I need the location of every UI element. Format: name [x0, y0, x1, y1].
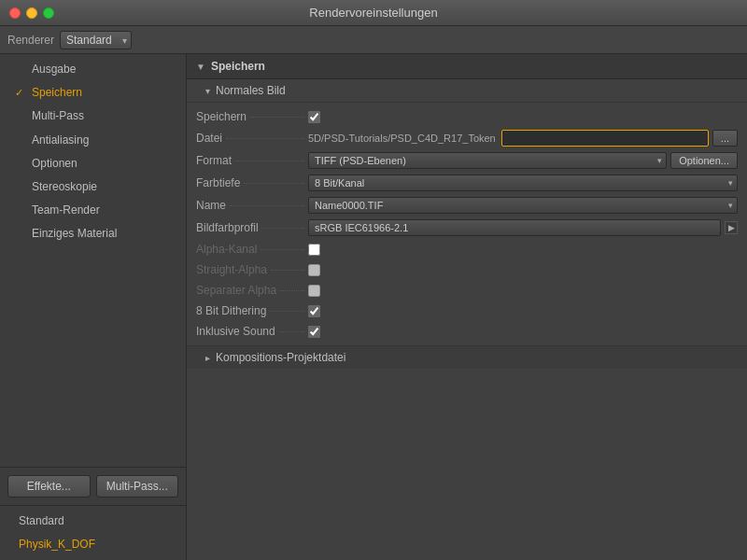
effekte-button[interactable]: Effekte...: [7, 475, 91, 497]
bildfarbprofil-row: Bildfarbprofil sRGB IEC61966-2.1 ▶: [187, 217, 747, 239]
sidebar-check-speichern: ✓: [15, 85, 28, 102]
farbtiefe-select[interactable]: 8 Bit/Kanal: [308, 175, 738, 191]
window-controls: [9, 7, 54, 19]
speichern-row: Speichern: [187, 106, 747, 127]
speichern-checkbox-wrapper[interactable]: [308, 111, 320, 123]
farbtiefe-control: 8 Bit/Kanal ▾: [308, 175, 738, 191]
straight-alpha-label: Straight-Alpha: [196, 263, 308, 276]
straight-alpha-checkbox[interactable]: [308, 264, 320, 276]
inklusive-sound-checkbox[interactable]: [308, 326, 320, 338]
sidebar-label-ausgabe: Ausgabe: [32, 61, 76, 78]
sidebar-label-stereoskopie: Stereoskopie: [32, 178, 97, 196]
alpha-kanal-checkbox[interactable]: [308, 244, 320, 256]
alpha-kanal-control: [308, 244, 738, 256]
sidebar-item-antialiasing[interactable]: Antialiasing: [0, 129, 186, 152]
dithering-label: 8 Bit Dithering: [196, 304, 308, 317]
kompositions-label: Kompositions-Projektdatei: [216, 351, 345, 364]
section-arrow-icon: ▼: [196, 62, 205, 72]
separater-alpha-checkbox[interactable]: [308, 285, 320, 297]
sidebar-item-einziges-material[interactable]: Einziges Material: [0, 222, 186, 245]
name-select[interactable]: Name0000.TIF: [308, 197, 738, 214]
renderer-select-wrapper[interactable]: Standard: [60, 31, 132, 49]
name-control: Name0000.TIF ▾: [308, 197, 738, 214]
format-dropdown-wrapper: TIFF (PSD-Ebenen) ▾: [308, 152, 667, 169]
sidebar-item-team-render[interactable]: Team-Render: [0, 199, 186, 222]
sidebar-label-antialiasing: Antialiasing: [32, 132, 89, 149]
content-area: ▼ Speichern ▾ Normales Bild Speichern: [187, 54, 747, 560]
bildfarbprofil-control: sRGB IEC61966-2.1 ▶: [308, 219, 738, 236]
section-header: ▼ Speichern: [187, 54, 747, 79]
title-bar: Rendervoreinstellungen: [0, 0, 747, 26]
inklusive-sound-row: Inklusive Sound: [187, 321, 747, 342]
farbtiefe-row: Farbtiefe 8 Bit/Kanal ▾: [187, 172, 747, 194]
sidebar-nav: Ausgabe✓SpeichernMulti-PassAntialiasingO…: [0, 54, 186, 467]
datei-path-input[interactable]: $camera/$prj_$camera_$take_$rs: [501, 130, 709, 147]
speichern-label: Speichern: [196, 110, 308, 123]
maximize-button[interactable]: [43, 7, 54, 19]
farbtiefe-dropdown-wrapper: 8 Bit/Kanal ▾: [308, 175, 738, 191]
sidebar-item-stereoskopie[interactable]: Stereoskopie: [0, 175, 186, 199]
dots: [230, 205, 304, 206]
dithering-checkbox[interactable]: [308, 305, 320, 317]
renderer-select[interactable]: Standard: [60, 31, 132, 49]
subsection-arrow-icon: ▾: [205, 86, 210, 96]
alpha-kanal-checkbox-wrapper[interactable]: [308, 244, 320, 256]
datei-control: 5D/PSD-Tutorials/PSD_C4D_R17_Token $came…: [308, 130, 738, 147]
sidebar: Ausgabe✓SpeichernMulti-PassAntialiasingO…: [0, 54, 187, 560]
section-title: Speichern: [211, 60, 265, 73]
dithering-checkbox-wrapper[interactable]: [308, 305, 320, 317]
bildfarbprofil-dropdown-wrapper: sRGB IEC61966-2.1: [308, 219, 721, 236]
form-area: Speichern Datei 5D/PSD-Tutorials/PSD_C4D…: [187, 103, 747, 345]
inklusive-sound-control: [308, 326, 738, 338]
separater-alpha-control: [308, 285, 738, 297]
dots: [271, 270, 304, 271]
sidebar-item-multi-pass[interactable]: Multi-Pass: [0, 105, 186, 128]
bildfarbprofil-color-indicator[interactable]: ▶: [725, 221, 738, 234]
speichern-checkbox[interactable]: [308, 111, 320, 123]
dots: [262, 228, 304, 229]
dots: [279, 331, 304, 332]
datei-row: Datei 5D/PSD-Tutorials/PSD_C4D_R17_Token…: [187, 127, 747, 149]
render-list-item-physik[interactable]: Physik_K_DOF: [0, 533, 186, 556]
dots: [235, 161, 304, 161]
datei-browse-button[interactable]: ...: [712, 130, 738, 147]
format-control: TIFF (PSD-Ebenen) ▾ Optionen...: [308, 152, 738, 169]
alpha-kanal-label: Alpha-Kanal: [196, 243, 308, 256]
inklusive-sound-label: Inklusive Sound: [196, 325, 308, 338]
dithering-row: 8 Bit Dithering: [187, 301, 747, 321]
speichern-control: [308, 111, 738, 123]
render-list-item-standard[interactable]: Standard: [0, 510, 186, 533]
separater-alpha-row: Separater Alpha: [187, 280, 747, 301]
subsection-header[interactable]: ▾ Normales Bild: [187, 79, 747, 103]
bildfarbprofil-label: Bildfarbprofil: [196, 221, 308, 234]
format-label: Format: [196, 154, 308, 167]
sidebar-item-ausgabe[interactable]: Ausgabe: [0, 58, 186, 81]
close-button[interactable]: [9, 7, 21, 19]
straight-alpha-row: Straight-Alpha: [187, 259, 747, 280]
datei-label: Datei: [196, 132, 308, 145]
name-dropdown-wrapper: Name0000.TIF ▾: [308, 197, 738, 214]
multipass-button[interactable]: Multi-Pass...: [96, 475, 179, 497]
sidebar-label-speichern: Speichern: [32, 84, 82, 102]
minimize-button[interactable]: [26, 7, 37, 19]
bildfarbprofil-select[interactable]: sRGB IEC61966-2.1: [308, 219, 721, 236]
straight-alpha-checkbox-wrapper[interactable]: [308, 264, 320, 276]
separater-alpha-checkbox-wrapper[interactable]: [308, 285, 320, 297]
sidebar-label-multi-pass: Multi-Pass: [32, 107, 84, 125]
name-label: Name: [196, 199, 308, 212]
inklusive-sound-checkbox-wrapper[interactable]: [308, 326, 320, 338]
format-options-button[interactable]: Optionen...: [670, 152, 738, 169]
sidebar-label-optionen: Optionen: [32, 155, 78, 173]
renderer-label: Renderer: [7, 34, 54, 47]
sidebar-item-speichern[interactable]: ✓Speichern: [0, 81, 186, 105]
kompositions-section[interactable]: ▸ Kompositions-Projektdatei: [187, 345, 747, 369]
sidebar-label-team-render: Team-Render: [32, 202, 100, 219]
kompositions-arrow-icon: ▸: [205, 353, 210, 363]
sidebar-item-optionen[interactable]: Optionen: [0, 152, 186, 175]
dots: [244, 183, 304, 184]
dots: [280, 290, 304, 291]
render-list: StandardPhysik_K_DOF: [0, 505, 186, 560]
name-row: Name Name0000.TIF ▾: [187, 194, 747, 217]
dithering-control: [308, 305, 738, 317]
format-select[interactable]: TIFF (PSD-Ebenen): [308, 152, 667, 169]
